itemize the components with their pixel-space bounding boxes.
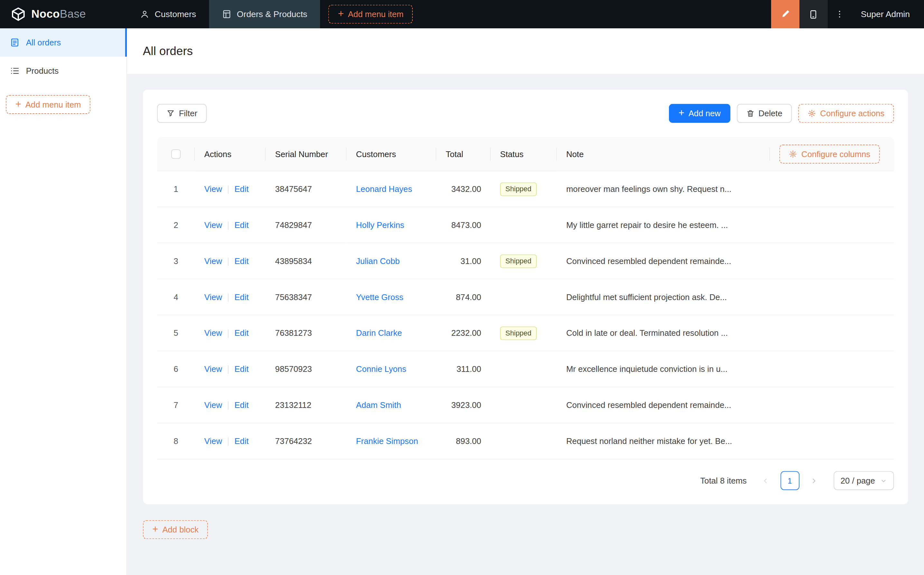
customer-link[interactable]: Darin Clarke [356, 329, 402, 338]
customer-link[interactable]: Adam Smith [356, 400, 401, 410]
customer-cell: Leonard Hayes [346, 171, 436, 207]
edit-link[interactable]: Edit [234, 328, 249, 337]
edit-link[interactable]: Edit [234, 256, 249, 265]
customer-link[interactable]: Connie Lyons [356, 364, 406, 374]
add-new-button[interactable]: + Add new [669, 104, 730, 123]
gear-icon [789, 150, 797, 158]
pagination-prev-button[interactable] [756, 471, 775, 490]
configure-actions-button[interactable]: Configure actions [799, 104, 894, 123]
serial-number-cell: 98570923 [266, 351, 346, 387]
edit-link[interactable]: Edit [234, 364, 249, 373]
edit-link[interactable]: Edit [234, 436, 249, 446]
view-link[interactable]: View [205, 220, 222, 230]
topnav-right: Super Admin [771, 0, 924, 28]
filter-button[interactable]: Filter [157, 104, 207, 123]
note-cell: Delightful met sufficient projection ask… [557, 279, 894, 315]
chevron-left-icon [762, 477, 769, 484]
column-header-actions: Actions [195, 137, 266, 171]
serial-number-cell: 23132112 [266, 387, 346, 423]
user-menu[interactable]: Super Admin [851, 0, 924, 28]
row-index-cell: 3 [157, 243, 195, 280]
view-link[interactable]: View [205, 256, 222, 265]
serial-number-cell: 75638347 [266, 279, 346, 315]
pagination-total: Total 8 items [700, 476, 746, 485]
edit-link[interactable]: Edit [234, 400, 249, 410]
customer-cell: Connie Lyons [346, 351, 436, 387]
select-all-checkbox[interactable] [171, 149, 181, 159]
chevron-right-icon [811, 477, 817, 484]
all-orders-icon [10, 38, 19, 47]
sidebar-item-all-orders[interactable]: All orders [0, 28, 126, 57]
view-link[interactable]: View [205, 364, 222, 373]
view-link[interactable]: View [205, 436, 222, 446]
edit-link[interactable]: Edit [234, 184, 249, 194]
note-cell: moreover man feelings own shy. Request n… [557, 171, 894, 207]
logo[interactable]: NocoBase [0, 0, 127, 28]
add-menu-item-button-side[interactable]: + Add menu item [6, 95, 90, 114]
table-toolbar: Filter + Add new [157, 104, 894, 123]
total-cell: 3432.00 [436, 171, 491, 207]
status-cell [491, 279, 557, 315]
edit-link[interactable]: Edit [234, 220, 249, 230]
add-block-button[interactable]: + Add block [143, 520, 208, 539]
orders-products-icon [222, 10, 232, 19]
note-cell: Convinced resembled dependent remainde..… [557, 387, 894, 423]
vertical-divider [228, 221, 229, 230]
table-row: 3 ViewEdit 43895834 Julian Cobb 31.00 Sh… [157, 243, 894, 280]
add-menu-item-label: Add menu item [25, 100, 81, 109]
pagination-next-button[interactable] [805, 471, 824, 490]
vertical-divider [228, 402, 229, 410]
highlighter-pen-icon [780, 9, 791, 20]
total-cell: 2232.00 [436, 315, 491, 351]
more-menu-button[interactable] [828, 0, 851, 28]
nav-item-customers[interactable]: Customers [127, 0, 209, 28]
page-size-select[interactable]: 20 / page [834, 471, 894, 490]
row-index: 7 [173, 400, 178, 410]
customer-cell: Adam Smith [346, 387, 436, 423]
add-menu-item-button-top[interactable]: + Add menu item [329, 5, 413, 24]
app-window: NocoBase Customers [0, 0, 924, 575]
total-cell: 874.00 [436, 279, 491, 315]
row-index: 4 [173, 292, 178, 302]
row-index: 5 [173, 329, 178, 338]
add-block-label: Add block [162, 525, 198, 534]
delete-label: Delete [759, 108, 782, 118]
chevron-down-icon [880, 477, 887, 484]
column-header-select [157, 137, 195, 171]
edit-link[interactable]: Edit [234, 292, 249, 301]
status-cell [491, 423, 557, 459]
mobile-preview-button[interactable] [799, 0, 828, 28]
row-index-cell: 7 [157, 387, 195, 423]
customer-link[interactable]: Leonard Hayes [356, 184, 412, 194]
row-actions-cell: ViewEdit [195, 243, 266, 280]
serial-number-cell: 76381273 [266, 315, 346, 351]
filter-icon [167, 109, 175, 118]
sidebar-item-products[interactable]: Products [0, 57, 126, 85]
table-header-row: Actions Serial Number Customers Total St… [157, 137, 894, 171]
row-index: 1 [173, 184, 178, 194]
configure-columns-button[interactable]: Configure columns [780, 144, 880, 163]
view-link[interactable]: View [205, 400, 222, 410]
ui-editor-button[interactable] [771, 0, 799, 28]
note-cell: Request norland neither mistake for yet.… [557, 423, 894, 459]
plus-icon: + [338, 9, 344, 19]
vertical-divider [228, 186, 229, 194]
column-header-note: Note [557, 137, 894, 171]
delete-button[interactable]: Delete [737, 104, 792, 123]
column-header-customers: Customers [346, 137, 436, 171]
view-link[interactable]: View [205, 328, 222, 337]
customer-link[interactable]: Yvette Gross [356, 292, 403, 302]
customers-icon [140, 10, 149, 19]
table-row: 6 ViewEdit 98570923 Connie Lyons 311.00 … [157, 351, 894, 387]
view-link[interactable]: View [205, 184, 222, 194]
customer-link[interactable]: Julian Cobb [356, 256, 400, 265]
pagination-page-1[interactable]: 1 [780, 471, 799, 490]
products-list-icon [10, 66, 19, 75]
view-link[interactable]: View [205, 292, 222, 301]
plus-icon: + [16, 99, 21, 109]
page-header: All orders [127, 28, 924, 74]
customer-link[interactable]: Frankie Simpson [356, 436, 418, 446]
nav-item-orders-products[interactable]: Orders & Products [209, 0, 320, 28]
row-index-cell: 1 [157, 171, 195, 207]
customer-link[interactable]: Holly Perkins [356, 220, 404, 230]
